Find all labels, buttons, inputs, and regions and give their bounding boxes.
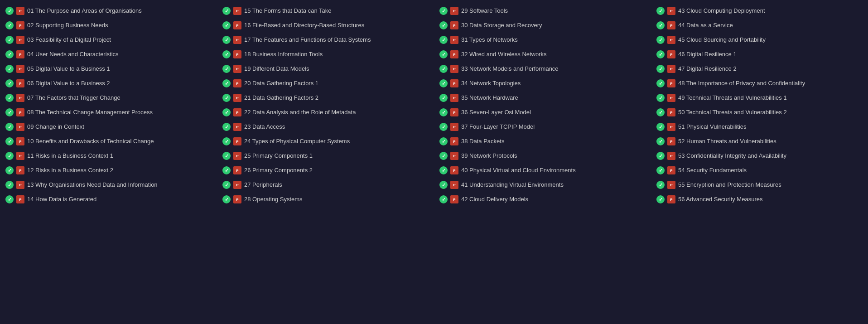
item-label: 29 Software Tools (461, 7, 508, 15)
check-icon (222, 21, 231, 29)
powerpoint-icon: P (233, 123, 241, 131)
list-item[interactable]: P21 Data Gathering Factors 2 (219, 91, 432, 105)
list-item[interactable]: P33 Network Models and Performance (436, 62, 649, 76)
powerpoint-icon: P (233, 195, 241, 203)
item-label: 04 User Needs and Characteristics (27, 51, 119, 58)
list-item[interactable]: P36 Seven-Layer Osi Model (436, 105, 649, 120)
item-label: 15 The Forms that Data can Take (244, 7, 331, 15)
list-item[interactable]: P54 Security Fundamentals (653, 163, 866, 178)
list-item[interactable]: P22 Data Analysis and the Role of Metada… (219, 105, 432, 120)
check-icon (222, 137, 231, 145)
check-icon (222, 94, 231, 102)
list-item[interactable]: P39 Network Protocols (436, 149, 649, 163)
item-label: 18 Business Information Tools (244, 51, 323, 58)
list-item[interactable]: P23 Data Access (219, 120, 432, 134)
list-item[interactable]: P10 Benefits and Drawbacks of Technical … (2, 134, 215, 149)
item-label: 19 Different Data Models (244, 65, 309, 73)
item-label: 11 Risks in a Business Context 1 (27, 152, 113, 160)
list-item[interactable]: P13 Why Organisations Need Data and Info… (2, 178, 215, 192)
list-item[interactable]: P12 Risks in a Business Context 2 (2, 163, 215, 178)
list-item[interactable]: P09 Change in Context (2, 120, 215, 134)
check-icon (222, 152, 231, 160)
list-item[interactable]: P16 File-Based and Directory-Based Struc… (219, 18, 432, 33)
list-item[interactable]: P50 Technical Threats and Vulnerabilitie… (653, 105, 866, 120)
list-item[interactable]: P06 Digital Value to a Business 2 (2, 76, 215, 91)
powerpoint-icon: P (16, 79, 24, 87)
list-item[interactable]: P43 Cloud Computing Deployment (653, 4, 866, 18)
item-label: 25 Primary Components 1 (244, 152, 313, 160)
list-item[interactable]: P27 Peripherals (219, 178, 432, 192)
list-item[interactable]: P24 Types of Physical Computer Systems (219, 134, 432, 149)
check-icon (5, 21, 14, 29)
check-icon (439, 166, 448, 174)
check-icon (5, 7, 14, 15)
list-item[interactable]: P53 Confidentiality Integrity and Availa… (653, 149, 866, 163)
list-item[interactable]: P01 The Purpose and Areas of Organisatio… (2, 4, 215, 18)
item-label: 30 Data Storage and Recovery (461, 22, 542, 29)
item-label: 47 Digital Resilience 2 (678, 65, 737, 73)
powerpoint-icon: P (667, 123, 675, 131)
list-item[interactable]: P20 Data Gathering Factors 1 (219, 76, 432, 91)
list-item[interactable]: P31 Types of Networks (436, 33, 649, 47)
list-item[interactable]: P25 Primary Components 1 (219, 149, 432, 163)
list-item[interactable]: P04 User Needs and Characteristics (2, 47, 215, 62)
item-label: 16 File-Based and Directory-Based Struct… (244, 22, 364, 29)
list-item[interactable]: P55 Encryption and Protection Measures (653, 178, 866, 192)
check-icon (222, 79, 231, 87)
list-item[interactable]: P11 Risks in a Business Context 1 (2, 149, 215, 163)
powerpoint-icon: P (16, 65, 24, 73)
list-item[interactable]: P34 Network Topologies (436, 76, 649, 91)
list-item[interactable]: P41 Understanding Virtual Environments (436, 178, 649, 192)
powerpoint-icon: P (450, 7, 458, 15)
powerpoint-icon: P (667, 36, 675, 44)
item-label: 43 Cloud Computing Deployment (678, 7, 765, 15)
list-item[interactable]: P17 The Features and Functions of Data S… (219, 33, 432, 47)
list-item[interactable]: P51 Physical Vulnerabilities (653, 120, 866, 134)
list-item[interactable]: P14 How Data is Generated (2, 192, 215, 207)
list-item[interactable]: P30 Data Storage and Recovery (436, 18, 649, 33)
item-label: 28 Operating Systems (244, 196, 303, 203)
check-icon (5, 36, 14, 44)
list-item[interactable]: P49 Technical Threats and Vulnerabilitie… (653, 91, 866, 105)
list-item[interactable]: P02 Supporting Business Needs (2, 18, 215, 33)
powerpoint-icon: P (233, 65, 241, 73)
list-item[interactable]: P40 Physical Virtual and Cloud Environme… (436, 163, 649, 178)
list-item[interactable]: P32 Wired and Wireless Networks (436, 47, 649, 62)
list-item[interactable]: P05 Digital Value to a Business 1 (2, 62, 215, 76)
list-item[interactable]: P35 Network Hardware (436, 91, 649, 105)
list-item[interactable]: P18 Business Information Tools (219, 47, 432, 62)
list-item[interactable]: P15 The Forms that Data can Take (219, 4, 432, 18)
list-item[interactable]: P47 Digital Resilience 2 (653, 62, 866, 76)
list-item[interactable]: P37 Four-Layer TCPIP Model (436, 120, 649, 134)
item-label: 32 Wired and Wireless Networks (461, 51, 547, 58)
column-1: P01 The Purpose and Areas of Organisatio… (0, 4, 217, 207)
list-item[interactable]: P38 Data Packets (436, 134, 649, 149)
check-icon (5, 137, 14, 145)
list-item[interactable]: P03 Feasibility of a Digital Project (2, 33, 215, 47)
list-item[interactable]: P29 Software Tools (436, 4, 649, 18)
powerpoint-icon: P (233, 21, 241, 29)
list-item[interactable]: P07 The Factors that Trigger Change (2, 91, 215, 105)
list-item[interactable]: P48 The Importance of Privacy and Confid… (653, 76, 866, 91)
check-icon (5, 50, 14, 58)
list-item[interactable]: P28 Operating Systems (219, 192, 432, 207)
powerpoint-icon: P (667, 79, 675, 87)
list-item[interactable]: P46 Digital Resilience 1 (653, 47, 866, 62)
list-item[interactable]: P52 Human Threats and Vulnerabilities (653, 134, 866, 149)
check-icon (222, 181, 231, 189)
list-item[interactable]: P45 Cloud Sourcing and Portability (653, 33, 866, 47)
check-icon (5, 181, 14, 189)
list-item[interactable]: P08 The Technical Change Management Proc… (2, 105, 215, 120)
list-item[interactable]: P42 Cloud Delivery Models (436, 192, 649, 207)
powerpoint-icon: P (233, 50, 241, 58)
list-item[interactable]: P26 Primary Components 2 (219, 163, 432, 178)
powerpoint-icon: P (16, 195, 24, 203)
list-item[interactable]: P44 Data as a Service (653, 18, 866, 33)
item-label: 14 How Data is Generated (27, 196, 96, 203)
list-item[interactable]: P19 Different Data Models (219, 62, 432, 76)
item-label: 06 Digital Value to a Business 2 (27, 80, 110, 87)
powerpoint-icon: P (667, 181, 675, 189)
check-icon (222, 36, 231, 44)
list-item[interactable]: P56 Advanced Security Measures (653, 192, 866, 207)
item-label: 34 Network Topologies (461, 80, 521, 87)
